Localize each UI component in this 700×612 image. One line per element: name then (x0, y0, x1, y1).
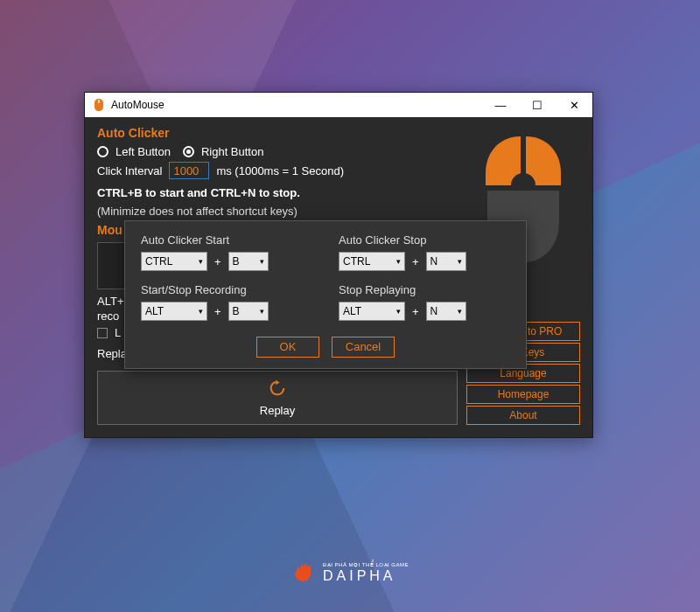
app-icon (92, 98, 106, 112)
ok-button[interactable]: OK (256, 337, 319, 358)
titlebar: AutoMouse — ☐ ✕ (85, 93, 592, 117)
interval-label-pre: Click Interval (97, 164, 162, 177)
watermark-title: DAIPHA (323, 568, 396, 583)
recording-hotkey-label: Start/Stop Recording (141, 283, 312, 296)
replay-modifier-select[interactable]: ALT▾ (339, 302, 405, 321)
interval-label-post: ms (1000ms = 1 Second) (216, 164, 344, 177)
interval-input[interactable] (169, 162, 209, 179)
plus-sign: + (214, 305, 221, 318)
right-button-label: Right Button (201, 145, 264, 158)
plus-sign: + (214, 255, 221, 268)
rec-modifier-select[interactable]: ALT▾ (141, 302, 207, 321)
left-button-radio[interactable] (97, 146, 108, 157)
loop-label: L (115, 326, 121, 339)
stop-replaying-label: Stop Replaying (339, 283, 510, 296)
window-title: AutoMouse (111, 99, 482, 111)
watermark-subtitle: ĐẠI PHÁ MỌI THỂ LOẠI GAME (323, 561, 409, 567)
start-key-select[interactable]: B▾ (228, 252, 269, 271)
loop-checkbox[interactable] (97, 328, 108, 338)
stop-key-select[interactable]: N▾ (426, 252, 466, 271)
plus-sign: + (412, 305, 419, 318)
fist-icon (291, 558, 318, 588)
replay-key-select[interactable]: N▾ (426, 302, 466, 321)
minimize-button[interactable]: — (482, 93, 519, 117)
auto-clicker-heading: Auto Clicker (97, 126, 458, 140)
close-button[interactable]: ✕ (556, 93, 592, 117)
auto-clicker-stop-label: Auto Clicker Stop (339, 233, 510, 247)
about-link[interactable]: About (466, 406, 580, 425)
stop-modifier-select[interactable]: CTRL▾ (339, 252, 405, 271)
start-modifier-select[interactable]: CTRL▾ (141, 252, 207, 271)
minimize-note: (Minimize does not affect shortcut keys) (97, 205, 458, 218)
left-button-label: Left Button (116, 145, 171, 158)
svg-rect-0 (98, 100, 99, 103)
auto-clicker-start-label: Auto Clicker Start (141, 233, 312, 247)
maximize-button[interactable]: ☐ (519, 93, 556, 117)
replay-button-label: Replay (260, 404, 295, 417)
hotkeys-dialog: Auto Clicker Start CTRL▾ + B▾ Auto Click… (124, 220, 527, 369)
watermark: ĐẠI PHÁ MỌI THỂ LOẠI GAME DAIPHA (0, 558, 700, 588)
rec-key-select[interactable]: B▾ (228, 302, 269, 321)
replay-icon (268, 379, 287, 400)
homepage-link[interactable]: Homepage (466, 385, 580, 404)
replay-button[interactable]: Replay (97, 371, 458, 425)
start-stop-instruction: CTRL+B to start and CTRL+N to stop. (97, 186, 300, 199)
cancel-button[interactable]: Cancel (332, 337, 395, 358)
plus-sign: + (412, 255, 419, 268)
right-button-radio[interactable] (183, 146, 194, 157)
